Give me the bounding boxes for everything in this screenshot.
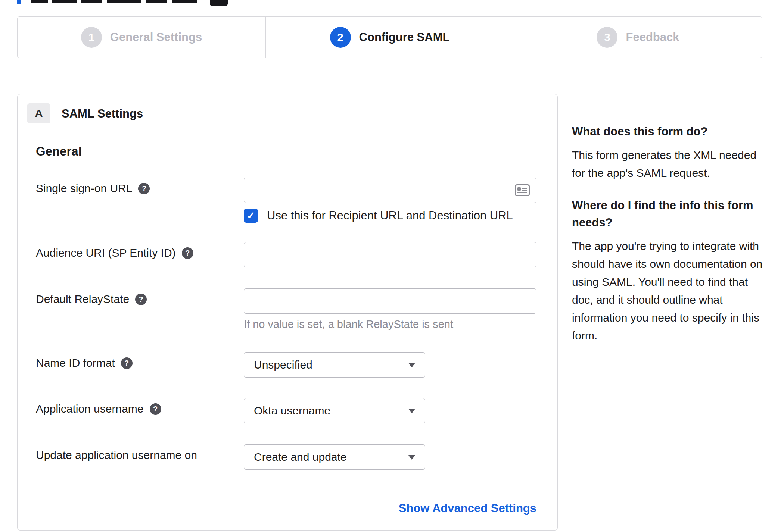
update-username-row: Update application username on Create an… [36,444,555,470]
step-label: General Settings [110,31,202,44]
name-id-format-select[interactable]: Unspecified [244,352,425,378]
audience-uri-row: Audience URI (SP Entity ID) ? [36,242,555,268]
name-id-format-label-text: Name ID format [36,357,115,369]
help-icon[interactable]: ? [135,294,147,305]
sidebar-question-1: What does this form do? [572,123,707,140]
relay-state-input[interactable] [244,288,536,314]
relay-state-label-text: Default RelayState [36,293,129,306]
section-a-badge: A [27,103,50,123]
clipped-logo-fragment [210,0,228,6]
show-advanced-settings-link[interactable]: Show Advanced Settings [399,502,536,515]
check-icon: ✓ [247,211,255,221]
sidebar-answer-1: This form generates the XML needed for t… [572,146,756,182]
clipped-title-fragment [31,0,48,3]
step-configure-saml[interactable]: 2 Configure SAML [265,17,514,58]
step-number-badge: 2 [330,27,351,48]
audience-uri-input[interactable] [244,242,536,267]
app-username-row: Application username ? Okta username [36,398,555,424]
recipient-url-checkbox-row: ✓ Use this for Recipient URL and Destina… [244,209,513,223]
app-username-label: Application username ? [36,403,161,415]
chevron-down-icon [408,455,415,460]
relay-state-hint: If no value is set, a blank RelayState i… [244,318,453,331]
relay-state-label: Default RelayState ? [36,293,147,306]
clipped-title-cursor-fragment [17,0,21,4]
name-id-format-row: Name ID format ? Unspecified [36,352,555,378]
advanced-settings-row: Show Advanced Settings [36,502,536,515]
relay-state-row: Default RelayState ? [36,288,555,314]
name-id-format-label: Name ID format ? [36,357,133,369]
update-username-label: Update application username on [36,449,197,461]
clipped-title-fragment [172,0,197,3]
help-icon[interactable]: ? [150,403,161,415]
recipient-url-checkbox-label[interactable]: Use this for Recipient URL and Destinati… [267,209,513,222]
update-username-value: Create and update [254,451,347,463]
help-icon[interactable]: ? [182,247,193,259]
name-id-format-value: Unspecified [254,359,312,371]
sso-url-input[interactable] [244,178,536,203]
app-username-select[interactable]: Okta username [244,398,425,423]
panel-title: SAML Settings [62,107,143,121]
sso-url-label: Single sign-on URL ? [36,182,150,195]
contact-card-icon[interactable] [515,184,530,197]
sso-url-row: Single sign-on URL ? [36,178,555,204]
audience-uri-label: Audience URI (SP Entity ID) ? [36,247,193,259]
step-feedback[interactable]: 3 Feedback [514,17,762,58]
step-general-settings[interactable]: 1 General Settings [18,17,265,58]
update-username-select[interactable]: Create and update [244,444,425,470]
audience-uri-label-text: Audience URI (SP Entity ID) [36,247,176,259]
clipped-title-fragment [107,0,141,3]
clipped-title-fragment [52,0,77,3]
sso-url-label-text: Single sign-on URL [36,182,132,195]
sidebar-answer-2: The app you're trying to integrate with … [572,237,762,345]
app-username-label-text: Application username [36,403,144,415]
step-number-badge: 3 [597,27,617,48]
step-label: Feedback [626,31,679,44]
wizard-stepper: 1 General Settings 2 Configure SAML 3 Fe… [17,16,762,58]
clipped-title-fragment [146,0,167,3]
step-number-badge: 1 [81,27,102,48]
clipped-title-fragment [81,0,102,3]
update-username-label-text: Update application username on [36,449,197,461]
recipient-url-checkbox[interactable]: ✓ [244,209,258,223]
step-label: Configure SAML [359,31,450,44]
saml-settings-panel: A SAML Settings General Single sign-on U… [17,94,558,531]
help-icon[interactable]: ? [138,183,150,194]
app-username-value: Okta username [254,404,330,417]
help-icon[interactable]: ? [121,357,133,369]
general-section-heading: General [36,144,82,159]
chevron-down-icon [408,363,415,367]
sidebar-question-2: Where do I find the info this form needs… [572,197,753,231]
chevron-down-icon [408,409,415,413]
